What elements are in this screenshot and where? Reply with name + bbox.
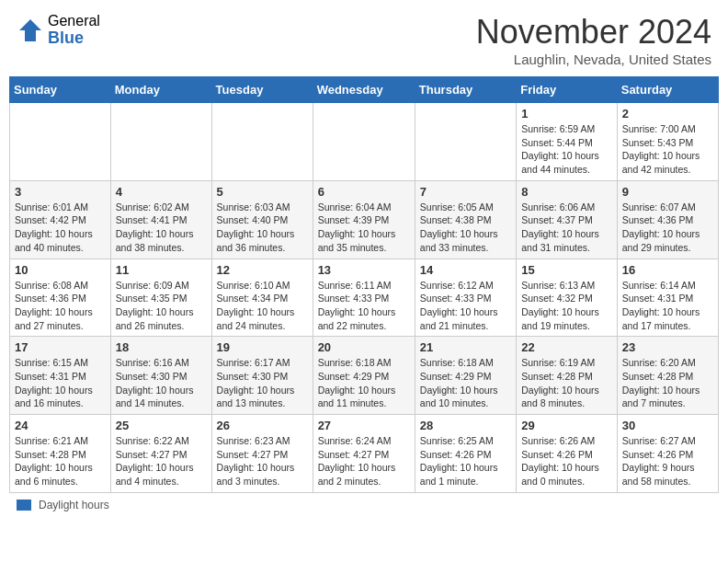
week-row-5: 24Sunrise: 6:21 AM Sunset: 4:28 PM Dayli…	[10, 415, 719, 493]
location: Laughlin, Nevada, United States	[476, 52, 711, 67]
day-info: Sunrise: 6:16 AM Sunset: 4:30 PM Dayligh…	[116, 356, 207, 410]
day-cell: 23Sunrise: 6:20 AM Sunset: 4:28 PM Dayli…	[617, 337, 718, 415]
legend-label: Daylight hours	[39, 499, 109, 511]
day-number: 13	[318, 263, 410, 277]
day-cell: 17Sunrise: 6:15 AM Sunset: 4:31 PM Dayli…	[10, 337, 111, 415]
page-header: General Blue November 2024 Laughlin, Nev…	[9, 9, 719, 71]
day-info: Sunrise: 6:13 AM Sunset: 4:32 PM Dayligh…	[521, 279, 612, 333]
day-number: 6	[318, 185, 410, 199]
day-info: Sunrise: 6:15 AM Sunset: 4:31 PM Dayligh…	[15, 356, 106, 410]
day-info: Sunrise: 6:12 AM Sunset: 4:33 PM Dayligh…	[420, 279, 511, 333]
day-number: 12	[217, 263, 308, 277]
logo-general: General	[48, 13, 100, 29]
day-cell	[10, 103, 111, 181]
day-info: Sunrise: 6:01 AM Sunset: 4:42 PM Dayligh…	[15, 201, 106, 255]
day-info: Sunrise: 6:20 AM Sunset: 4:28 PM Dayligh…	[622, 356, 713, 410]
day-info: Sunrise: 6:23 AM Sunset: 4:27 PM Dayligh…	[217, 434, 308, 488]
day-number: 30	[622, 419, 713, 432]
day-cell: 16Sunrise: 6:14 AM Sunset: 4:31 PM Dayli…	[617, 259, 718, 337]
day-number: 23	[622, 340, 713, 354]
day-number: 4	[116, 185, 207, 199]
week-row-1: 1Sunrise: 6:59 AM Sunset: 5:44 PM Daylig…	[10, 103, 719, 181]
header-row: SundayMondayTuesdayWednesdayThursdayFrid…	[10, 77, 719, 103]
calendar-header: SundayMondayTuesdayWednesdayThursdayFrid…	[10, 77, 719, 103]
week-row-2: 3Sunrise: 6:01 AM Sunset: 4:42 PM Daylig…	[10, 180, 719, 259]
day-info: Sunrise: 6:07 AM Sunset: 4:36 PM Dayligh…	[622, 201, 713, 255]
day-number: 26	[217, 419, 308, 432]
day-cell	[313, 103, 415, 181]
header-day-saturday: Saturday	[617, 77, 718, 103]
day-number: 20	[318, 340, 410, 354]
day-cell: 6Sunrise: 6:04 AM Sunset: 4:39 PM Daylig…	[313, 180, 415, 259]
day-cell: 27Sunrise: 6:24 AM Sunset: 4:27 PM Dayli…	[313, 415, 415, 493]
day-cell: 30Sunrise: 6:27 AM Sunset: 4:26 PM Dayli…	[617, 415, 718, 493]
legend-color-box	[17, 500, 31, 511]
day-number: 14	[420, 263, 511, 277]
day-cell: 12Sunrise: 6:10 AM Sunset: 4:34 PM Dayli…	[211, 259, 313, 337]
calendar-body: 1Sunrise: 6:59 AM Sunset: 5:44 PM Daylig…	[10, 103, 719, 493]
title-block: November 2024 Laughlin, Nevada, United S…	[476, 13, 711, 67]
day-cell: 20Sunrise: 6:18 AM Sunset: 4:29 PM Dayli…	[313, 337, 415, 415]
day-number: 24	[15, 419, 106, 432]
week-row-3: 10Sunrise: 6:08 AM Sunset: 4:36 PM Dayli…	[10, 259, 719, 337]
svg-marker-0	[19, 19, 41, 41]
header-day-monday: Monday	[110, 77, 211, 103]
day-cell: 21Sunrise: 6:18 AM Sunset: 4:29 PM Dayli…	[415, 337, 516, 415]
day-info: Sunrise: 6:27 AM Sunset: 4:26 PM Dayligh…	[622, 434, 713, 488]
logo-blue: Blue	[48, 29, 100, 48]
day-info: Sunrise: 6:18 AM Sunset: 4:29 PM Dayligh…	[420, 356, 511, 410]
day-cell: 8Sunrise: 6:06 AM Sunset: 4:37 PM Daylig…	[517, 180, 618, 259]
day-info: Sunrise: 6:05 AM Sunset: 4:38 PM Dayligh…	[420, 201, 511, 255]
day-cell: 29Sunrise: 6:26 AM Sunset: 4:26 PM Dayli…	[517, 415, 618, 493]
day-cell: 13Sunrise: 6:11 AM Sunset: 4:33 PM Dayli…	[313, 259, 415, 337]
day-cell: 9Sunrise: 6:07 AM Sunset: 4:36 PM Daylig…	[617, 180, 718, 259]
header-day-tuesday: Tuesday	[211, 77, 313, 103]
day-info: Sunrise: 7:00 AM Sunset: 5:43 PM Dayligh…	[622, 122, 713, 177]
day-cell: 10Sunrise: 6:08 AM Sunset: 4:36 PM Dayli…	[10, 259, 111, 337]
logo-icon	[17, 17, 44, 44]
day-info: Sunrise: 6:22 AM Sunset: 4:27 PM Dayligh…	[116, 434, 207, 488]
day-number: 21	[420, 340, 511, 354]
day-cell: 5Sunrise: 6:03 AM Sunset: 4:40 PM Daylig…	[211, 180, 313, 259]
day-cell	[211, 103, 313, 181]
day-number: 10	[15, 263, 106, 277]
day-info: Sunrise: 6:03 AM Sunset: 4:40 PM Dayligh…	[217, 201, 308, 255]
day-info: Sunrise: 6:25 AM Sunset: 4:26 PM Dayligh…	[420, 434, 511, 488]
day-info: Sunrise: 6:26 AM Sunset: 4:26 PM Dayligh…	[521, 434, 612, 488]
header-day-sunday: Sunday	[10, 77, 111, 103]
day-info: Sunrise: 6:09 AM Sunset: 4:35 PM Dayligh…	[116, 279, 207, 333]
logo-text: General Blue	[48, 13, 100, 47]
day-cell	[110, 103, 211, 181]
day-cell: 14Sunrise: 6:12 AM Sunset: 4:33 PM Dayli…	[415, 259, 516, 337]
day-cell: 11Sunrise: 6:09 AM Sunset: 4:35 PM Dayli…	[110, 259, 211, 337]
day-cell: 15Sunrise: 6:13 AM Sunset: 4:32 PM Dayli…	[517, 259, 618, 337]
day-number: 25	[116, 419, 207, 432]
day-cell: 22Sunrise: 6:19 AM Sunset: 4:28 PM Dayli…	[517, 337, 618, 415]
day-number: 3	[15, 185, 106, 199]
day-cell: 1Sunrise: 6:59 AM Sunset: 5:44 PM Daylig…	[517, 103, 618, 181]
day-cell	[415, 103, 516, 181]
day-info: Sunrise: 6:19 AM Sunset: 4:28 PM Dayligh…	[521, 356, 612, 410]
day-number: 8	[521, 185, 612, 199]
day-number: 29	[521, 419, 612, 432]
day-cell: 24Sunrise: 6:21 AM Sunset: 4:28 PM Dayli…	[10, 415, 111, 493]
day-number: 18	[116, 340, 207, 354]
day-info: Sunrise: 6:06 AM Sunset: 4:37 PM Dayligh…	[521, 201, 612, 255]
day-cell: 26Sunrise: 6:23 AM Sunset: 4:27 PM Dayli…	[211, 415, 313, 493]
day-info: Sunrise: 6:17 AM Sunset: 4:30 PM Dayligh…	[217, 356, 308, 410]
day-info: Sunrise: 6:10 AM Sunset: 4:34 PM Dayligh…	[217, 279, 308, 333]
day-cell: 4Sunrise: 6:02 AM Sunset: 4:41 PM Daylig…	[110, 180, 211, 259]
day-info: Sunrise: 6:11 AM Sunset: 4:33 PM Dayligh…	[318, 279, 410, 333]
day-number: 19	[217, 340, 308, 354]
day-info: Sunrise: 6:21 AM Sunset: 4:28 PM Dayligh…	[15, 434, 106, 488]
day-cell: 7Sunrise: 6:05 AM Sunset: 4:38 PM Daylig…	[415, 180, 516, 259]
day-cell: 2Sunrise: 7:00 AM Sunset: 5:43 PM Daylig…	[617, 103, 718, 181]
calendar-table: SundayMondayTuesdayWednesdayThursdayFrid…	[9, 76, 719, 493]
day-cell: 18Sunrise: 6:16 AM Sunset: 4:30 PM Dayli…	[110, 337, 211, 415]
day-cell: 25Sunrise: 6:22 AM Sunset: 4:27 PM Dayli…	[110, 415, 211, 493]
day-number: 5	[217, 185, 308, 199]
day-cell: 3Sunrise: 6:01 AM Sunset: 4:42 PM Daylig…	[10, 180, 111, 259]
day-number: 22	[521, 340, 612, 354]
day-number: 9	[622, 185, 713, 199]
day-number: 15	[521, 263, 612, 277]
